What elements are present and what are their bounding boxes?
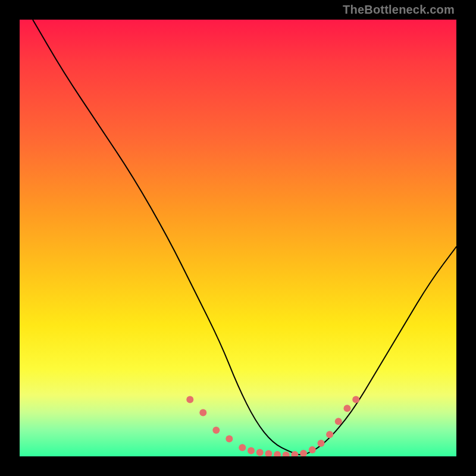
marker-point bbox=[248, 447, 255, 455]
watermark-text: TheBottleneck.com bbox=[343, 3, 455, 17]
marker-point bbox=[226, 436, 233, 443]
marker-point bbox=[335, 418, 342, 425]
marker-point bbox=[199, 409, 206, 416]
chart-frame: TheBottleneck.com bbox=[0, 0, 476, 476]
marker-group bbox=[186, 396, 359, 456]
marker-point bbox=[256, 449, 264, 456]
marker-point bbox=[265, 450, 272, 456]
marker-point bbox=[309, 446, 316, 453]
marker-point bbox=[283, 452, 290, 456]
marker-point bbox=[352, 396, 359, 403]
bottleneck-curve bbox=[33, 20, 456, 455]
marker-point bbox=[318, 440, 325, 447]
marker-point bbox=[344, 405, 351, 412]
marker-point bbox=[326, 431, 333, 438]
marker-point bbox=[300, 450, 307, 456]
chart-svg bbox=[20, 20, 456, 456]
plot-area bbox=[20, 20, 456, 456]
marker-point bbox=[212, 427, 220, 434]
marker-point bbox=[239, 444, 246, 451]
marker-point bbox=[274, 451, 281, 456]
marker-point bbox=[186, 396, 193, 403]
